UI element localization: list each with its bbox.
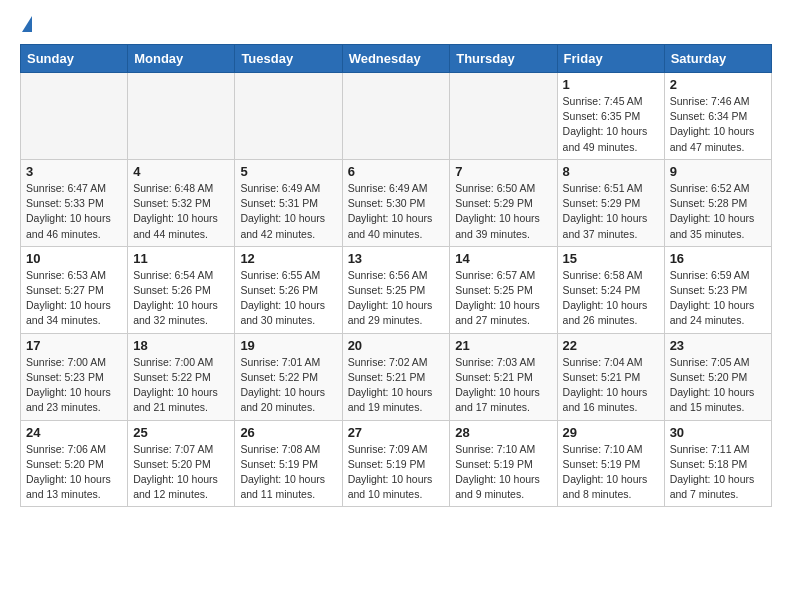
day-info: Sunrise: 7:07 AM Sunset: 5:20 PM Dayligh… — [133, 442, 229, 503]
calendar-cell: 8Sunrise: 6:51 AM Sunset: 5:29 PM Daylig… — [557, 159, 664, 246]
day-info: Sunrise: 7:06 AM Sunset: 5:20 PM Dayligh… — [26, 442, 122, 503]
calendar-cell — [128, 73, 235, 160]
calendar-cell: 25Sunrise: 7:07 AM Sunset: 5:20 PM Dayli… — [128, 420, 235, 507]
calendar-cell: 5Sunrise: 6:49 AM Sunset: 5:31 PM Daylig… — [235, 159, 342, 246]
calendar-cell: 23Sunrise: 7:05 AM Sunset: 5:20 PM Dayli… — [664, 333, 771, 420]
day-number: 22 — [563, 338, 659, 353]
day-number: 21 — [455, 338, 551, 353]
day-info: Sunrise: 7:04 AM Sunset: 5:21 PM Dayligh… — [563, 355, 659, 416]
calendar-col-header: Friday — [557, 45, 664, 73]
day-number: 18 — [133, 338, 229, 353]
calendar-cell: 7Sunrise: 6:50 AM Sunset: 5:29 PM Daylig… — [450, 159, 557, 246]
day-info: Sunrise: 7:45 AM Sunset: 6:35 PM Dayligh… — [563, 94, 659, 155]
day-number: 26 — [240, 425, 336, 440]
calendar-cell: 18Sunrise: 7:00 AM Sunset: 5:22 PM Dayli… — [128, 333, 235, 420]
calendar-cell: 15Sunrise: 6:58 AM Sunset: 5:24 PM Dayli… — [557, 246, 664, 333]
day-number: 23 — [670, 338, 766, 353]
day-number: 20 — [348, 338, 445, 353]
day-info: Sunrise: 7:00 AM Sunset: 5:23 PM Dayligh… — [26, 355, 122, 416]
logo-triangle-icon — [22, 16, 32, 32]
day-info: Sunrise: 6:47 AM Sunset: 5:33 PM Dayligh… — [26, 181, 122, 242]
day-number: 17 — [26, 338, 122, 353]
day-info: Sunrise: 7:03 AM Sunset: 5:21 PM Dayligh… — [455, 355, 551, 416]
day-info: Sunrise: 7:00 AM Sunset: 5:22 PM Dayligh… — [133, 355, 229, 416]
calendar-cell: 12Sunrise: 6:55 AM Sunset: 5:26 PM Dayli… — [235, 246, 342, 333]
calendar-cell: 10Sunrise: 6:53 AM Sunset: 5:27 PM Dayli… — [21, 246, 128, 333]
day-info: Sunrise: 6:49 AM Sunset: 5:30 PM Dayligh… — [348, 181, 445, 242]
day-info: Sunrise: 7:01 AM Sunset: 5:22 PM Dayligh… — [240, 355, 336, 416]
day-number: 29 — [563, 425, 659, 440]
day-number: 3 — [26, 164, 122, 179]
calendar: SundayMondayTuesdayWednesdayThursdayFrid… — [20, 44, 772, 507]
day-number: 12 — [240, 251, 336, 266]
day-number: 25 — [133, 425, 229, 440]
calendar-cell: 4Sunrise: 6:48 AM Sunset: 5:32 PM Daylig… — [128, 159, 235, 246]
day-number: 2 — [670, 77, 766, 92]
calendar-cell: 28Sunrise: 7:10 AM Sunset: 5:19 PM Dayli… — [450, 420, 557, 507]
calendar-cell: 20Sunrise: 7:02 AM Sunset: 5:21 PM Dayli… — [342, 333, 450, 420]
day-info: Sunrise: 6:53 AM Sunset: 5:27 PM Dayligh… — [26, 268, 122, 329]
calendar-cell: 14Sunrise: 6:57 AM Sunset: 5:25 PM Dayli… — [450, 246, 557, 333]
day-number: 24 — [26, 425, 122, 440]
calendar-cell: 30Sunrise: 7:11 AM Sunset: 5:18 PM Dayli… — [664, 420, 771, 507]
calendar-cell: 13Sunrise: 6:56 AM Sunset: 5:25 PM Dayli… — [342, 246, 450, 333]
calendar-week-row: 3Sunrise: 6:47 AM Sunset: 5:33 PM Daylig… — [21, 159, 772, 246]
day-info: Sunrise: 7:02 AM Sunset: 5:21 PM Dayligh… — [348, 355, 445, 416]
calendar-cell: 17Sunrise: 7:00 AM Sunset: 5:23 PM Dayli… — [21, 333, 128, 420]
day-number: 4 — [133, 164, 229, 179]
day-number: 8 — [563, 164, 659, 179]
calendar-cell: 27Sunrise: 7:09 AM Sunset: 5:19 PM Dayli… — [342, 420, 450, 507]
day-number: 1 — [563, 77, 659, 92]
calendar-col-header: Monday — [128, 45, 235, 73]
calendar-col-header: Wednesday — [342, 45, 450, 73]
day-info: Sunrise: 6:50 AM Sunset: 5:29 PM Dayligh… — [455, 181, 551, 242]
calendar-col-header: Saturday — [664, 45, 771, 73]
day-info: Sunrise: 7:05 AM Sunset: 5:20 PM Dayligh… — [670, 355, 766, 416]
calendar-cell: 11Sunrise: 6:54 AM Sunset: 5:26 PM Dayli… — [128, 246, 235, 333]
logo — [20, 16, 32, 34]
day-number: 16 — [670, 251, 766, 266]
day-info: Sunrise: 6:54 AM Sunset: 5:26 PM Dayligh… — [133, 268, 229, 329]
day-info: Sunrise: 7:11 AM Sunset: 5:18 PM Dayligh… — [670, 442, 766, 503]
day-number: 9 — [670, 164, 766, 179]
day-info: Sunrise: 6:51 AM Sunset: 5:29 PM Dayligh… — [563, 181, 659, 242]
day-info: Sunrise: 7:10 AM Sunset: 5:19 PM Dayligh… — [455, 442, 551, 503]
calendar-cell — [450, 73, 557, 160]
calendar-cell: 9Sunrise: 6:52 AM Sunset: 5:28 PM Daylig… — [664, 159, 771, 246]
page: SundayMondayTuesdayWednesdayThursdayFrid… — [0, 0, 792, 527]
day-info: Sunrise: 7:09 AM Sunset: 5:19 PM Dayligh… — [348, 442, 445, 503]
calendar-cell: 16Sunrise: 6:59 AM Sunset: 5:23 PM Dayli… — [664, 246, 771, 333]
day-number: 7 — [455, 164, 551, 179]
day-number: 10 — [26, 251, 122, 266]
day-info: Sunrise: 6:58 AM Sunset: 5:24 PM Dayligh… — [563, 268, 659, 329]
calendar-week-row: 24Sunrise: 7:06 AM Sunset: 5:20 PM Dayli… — [21, 420, 772, 507]
day-info: Sunrise: 6:52 AM Sunset: 5:28 PM Dayligh… — [670, 181, 766, 242]
day-info: Sunrise: 7:10 AM Sunset: 5:19 PM Dayligh… — [563, 442, 659, 503]
calendar-week-row: 1Sunrise: 7:45 AM Sunset: 6:35 PM Daylig… — [21, 73, 772, 160]
calendar-cell — [235, 73, 342, 160]
day-info: Sunrise: 6:55 AM Sunset: 5:26 PM Dayligh… — [240, 268, 336, 329]
day-info: Sunrise: 7:08 AM Sunset: 5:19 PM Dayligh… — [240, 442, 336, 503]
day-info: Sunrise: 6:48 AM Sunset: 5:32 PM Dayligh… — [133, 181, 229, 242]
calendar-cell — [342, 73, 450, 160]
day-info: Sunrise: 6:57 AM Sunset: 5:25 PM Dayligh… — [455, 268, 551, 329]
day-info: Sunrise: 6:56 AM Sunset: 5:25 PM Dayligh… — [348, 268, 445, 329]
calendar-cell: 6Sunrise: 6:49 AM Sunset: 5:30 PM Daylig… — [342, 159, 450, 246]
day-number: 27 — [348, 425, 445, 440]
day-number: 13 — [348, 251, 445, 266]
calendar-col-header: Sunday — [21, 45, 128, 73]
day-number: 14 — [455, 251, 551, 266]
day-number: 28 — [455, 425, 551, 440]
header — [20, 16, 772, 34]
calendar-cell: 2Sunrise: 7:46 AM Sunset: 6:34 PM Daylig… — [664, 73, 771, 160]
calendar-cell: 22Sunrise: 7:04 AM Sunset: 5:21 PM Dayli… — [557, 333, 664, 420]
day-number: 15 — [563, 251, 659, 266]
calendar-cell — [21, 73, 128, 160]
calendar-cell: 26Sunrise: 7:08 AM Sunset: 5:19 PM Dayli… — [235, 420, 342, 507]
day-number: 6 — [348, 164, 445, 179]
day-number: 19 — [240, 338, 336, 353]
day-number: 30 — [670, 425, 766, 440]
calendar-week-row: 10Sunrise: 6:53 AM Sunset: 5:27 PM Dayli… — [21, 246, 772, 333]
calendar-cell: 1Sunrise: 7:45 AM Sunset: 6:35 PM Daylig… — [557, 73, 664, 160]
calendar-col-header: Thursday — [450, 45, 557, 73]
